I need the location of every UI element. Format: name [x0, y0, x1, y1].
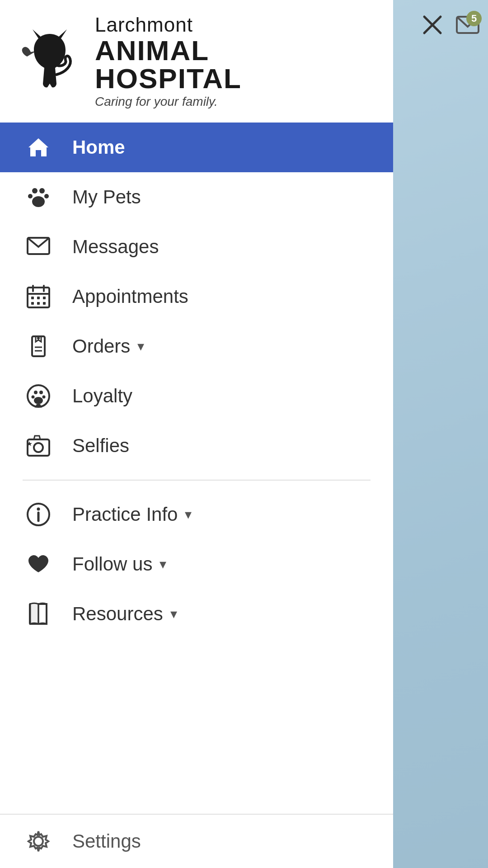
logo-text-block: Larchmont ANIMAL HOSPITAL Caring for you…: [95, 14, 242, 109]
nav-label-selfies: Selfies: [72, 435, 129, 457]
nav-item-selfies[interactable]: Selfies: [0, 421, 393, 471]
nav-item-home[interactable]: Home: [0, 123, 393, 172]
svg-point-24: [34, 391, 38, 394]
svg-point-6: [44, 194, 49, 198]
close-button[interactable]: [417, 9, 448, 41]
svg-point-20: [37, 337, 40, 340]
practice-info-chevron-icon: ▾: [185, 506, 192, 522]
nav-item-follow-us[interactable]: Follow us ▾: [0, 539, 393, 589]
svg-point-28: [34, 397, 43, 404]
settings-bar[interactable]: Settings: [0, 814, 393, 868]
resources-chevron-icon: ▾: [170, 606, 177, 622]
nav-label-practice-info: Practice Info: [72, 504, 178, 525]
info-icon: [23, 499, 54, 530]
calendar-icon: [23, 281, 54, 312]
svg-rect-15: [43, 297, 46, 299]
loyalty-icon: [23, 380, 54, 412]
nav-label-orders: Orders: [72, 335, 130, 357]
svg-point-3: [32, 188, 38, 193]
orders-chevron-icon: ▾: [137, 338, 144, 354]
svg-point-35: [34, 837, 43, 846]
nav-label-appointments: Appointments: [72, 286, 188, 307]
nav-drawer: Larchmont ANIMAL HOSPITAL Caring for you…: [0, 0, 393, 868]
nav-item-orders[interactable]: Orders ▾: [0, 321, 393, 371]
svg-rect-14: [37, 297, 40, 299]
logo-area: Larchmont ANIMAL HOSPITAL Caring for you…: [0, 0, 393, 123]
nav-item-practice-info[interactable]: Practice Info ▾: [0, 490, 393, 539]
svg-point-26: [32, 395, 35, 398]
background-right: [389, 0, 488, 868]
nav-label-messages: Messages: [72, 236, 159, 258]
orders-icon: [23, 330, 54, 362]
logo-tagline: Caring for your family.: [95, 94, 242, 109]
svg-point-33: [37, 507, 40, 510]
paw-icon: [23, 181, 54, 213]
svg-point-4: [39, 188, 45, 193]
svg-point-25: [39, 391, 43, 394]
svg-rect-29: [28, 439, 49, 456]
nav-item-my-pets[interactable]: My Pets: [0, 172, 393, 222]
home-icon: [23, 132, 54, 163]
svg-rect-18: [43, 302, 46, 305]
message-icon-button[interactable]: 5: [452, 9, 483, 41]
nav-label-resources: Resources: [72, 603, 163, 625]
nav-label-my-pets: My Pets: [72, 186, 141, 208]
nav-list: Home My Pets Me: [0, 123, 393, 814]
logo-image: [14, 25, 86, 97]
follow-us-chevron-icon: ▾: [160, 556, 166, 572]
nav-item-messages[interactable]: Messages: [0, 222, 393, 272]
nav-label-loyalty: Loyalty: [72, 385, 132, 407]
logo-hospital: HOSPITAL: [95, 65, 242, 93]
notification-badge: 5: [466, 11, 482, 26]
nav-divider: [23, 480, 371, 481]
nav-label-follow-us: Follow us: [72, 553, 152, 575]
svg-rect-17: [37, 302, 40, 305]
gear-icon: [23, 826, 54, 857]
heart-icon: [23, 548, 54, 580]
selfies-icon: [23, 430, 54, 462]
logo-larchmont: Larchmont: [95, 14, 242, 37]
svg-point-5: [28, 194, 33, 198]
logo-animal: ANIMAL: [95, 37, 242, 65]
nav-item-resources[interactable]: Resources ▾: [0, 589, 393, 639]
nav-label-home: Home: [72, 137, 125, 158]
nav-label-settings: Settings: [72, 830, 141, 852]
book-icon: [23, 598, 54, 630]
svg-rect-16: [31, 302, 34, 305]
nav-item-appointments[interactable]: Appointments: [0, 272, 393, 321]
svg-point-27: [42, 395, 46, 398]
svg-point-30: [34, 443, 43, 452]
nav-item-loyalty[interactable]: Loyalty: [0, 371, 393, 421]
svg-rect-13: [31, 297, 34, 299]
messages-icon: [23, 231, 54, 263]
svg-point-7: [32, 196, 45, 207]
top-right-controls: 5: [417, 9, 483, 41]
